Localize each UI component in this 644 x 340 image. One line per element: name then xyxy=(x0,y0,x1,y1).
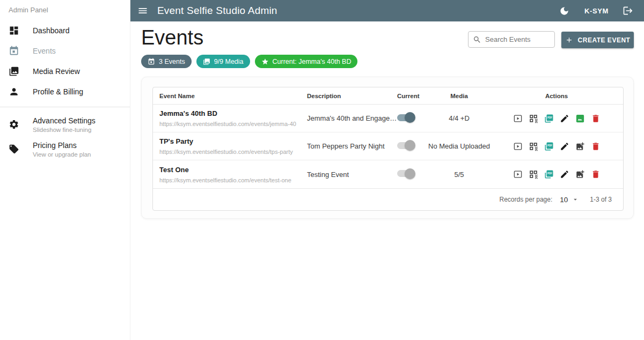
add-media-icon xyxy=(575,142,585,151)
sidebar-item-label: Events xyxy=(33,47,56,55)
events-table: Event Name Description Current Media Act… xyxy=(152,87,624,211)
slideshow-button[interactable] xyxy=(513,169,523,179)
username-label: K-SYM xyxy=(584,7,609,15)
logout-icon xyxy=(623,5,633,16)
qr-code-button[interactable] xyxy=(529,114,538,123)
view-media-button[interactable] xyxy=(575,114,585,123)
event-name-cell: Jemma's 40th BDhttps://ksym.eventselfies… xyxy=(153,109,307,127)
sidebar-item-profile-billing[interactable]: Profile & Billing xyxy=(0,82,130,102)
calendar-icon xyxy=(9,46,19,56)
current-toggle-cell xyxy=(396,114,428,123)
delete-icon xyxy=(591,142,601,151)
sidebar-item-sublabel: Slideshow fine-tuning xyxy=(33,127,96,133)
sidebar-item-media-review[interactable]: Media Review xyxy=(0,61,130,82)
sidebar-divider xyxy=(0,107,130,107)
slideshow-icon xyxy=(513,114,523,123)
sidebar-item-dashboard[interactable]: Dashboard xyxy=(0,20,130,41)
search-icon xyxy=(473,35,481,44)
current-toggle-cell xyxy=(396,169,428,179)
column-header-current: Current xyxy=(396,93,428,99)
add-media-button[interactable] xyxy=(575,142,585,151)
events-card: Event Name Description Current Media Act… xyxy=(141,77,634,219)
current-toggle[interactable] xyxy=(397,170,414,177)
search-input[interactable] xyxy=(485,35,550,43)
slideshow-button[interactable] xyxy=(513,142,523,151)
svg-text:PDF: PDF xyxy=(547,144,552,147)
create-event-button[interactable]: CREATE EVENT xyxy=(561,32,634,48)
add-media-icon xyxy=(575,169,585,179)
badge-label: 9/9 Media xyxy=(214,58,244,65)
slideshow-icon xyxy=(513,169,523,179)
menu-icon[interactable] xyxy=(137,5,148,16)
photo-library-icon xyxy=(9,66,19,77)
badge-label: 3 Events xyxy=(159,58,185,65)
delete-event-button[interactable] xyxy=(591,169,601,179)
qr-code-icon xyxy=(529,114,538,123)
view-media-icon xyxy=(575,114,585,123)
app-header: Event Selfie Studio Admin K-SYM xyxy=(130,0,644,21)
table-row: Test Onehttps://ksym.eventselfiestudio.c… xyxy=(153,160,623,188)
logout-button[interactable] xyxy=(623,5,633,16)
edit-icon xyxy=(560,169,569,179)
edit-event-button[interactable] xyxy=(560,169,569,179)
actions-cell: PDF xyxy=(490,114,623,123)
event-description: Tom Peppers Party Night xyxy=(307,142,396,150)
event-name-cell: Test Onehttps://ksym.eventselfiestudio.c… xyxy=(153,166,307,183)
calendar-icon xyxy=(148,58,155,65)
sidebar-item-sublabel: View or upgrade plan xyxy=(33,151,91,158)
media-status: 5/5 xyxy=(428,171,490,179)
sidebar-item-events[interactable]: Events xyxy=(0,41,130,61)
slideshow-icon xyxy=(513,142,523,151)
pdf-export-button[interactable]: PDF xyxy=(544,169,554,179)
add-media-button[interactable] xyxy=(575,169,585,179)
delete-icon xyxy=(591,169,601,179)
table-row: TP's Partyhttps://ksym.eventselfiestudio… xyxy=(153,132,623,160)
table-body: Jemma's 40th BDhttps://ksym.eventselfies… xyxy=(153,105,623,188)
edit-event-button[interactable] xyxy=(560,114,569,123)
delete-event-button[interactable] xyxy=(591,114,601,123)
event-name-cell: TP's Partyhttps://ksym.eventselfiestudio… xyxy=(153,137,307,155)
sidebar-item-label: Profile & Billing xyxy=(33,87,83,96)
badges-row: 3 Events 9/9 Media Current: Jemma's 40th… xyxy=(141,55,357,68)
media-status: No Media Uploaded xyxy=(428,142,490,150)
current-event-badge: Current: Jemma's 40th BD xyxy=(255,55,358,68)
event-name: Jemma's 40th BD xyxy=(159,109,307,117)
pdf-export-button[interactable]: PDF xyxy=(544,142,554,151)
qr-code-button[interactable] xyxy=(529,142,538,151)
sidebar-item-pricing-plans[interactable]: Pricing Plans View or upgrade plan xyxy=(0,137,130,161)
plus-icon xyxy=(565,36,573,44)
delete-icon xyxy=(591,114,601,123)
sidebar-nav: Dashboard Events Media Review Profile & … xyxy=(0,20,130,161)
qr-code-button[interactable] xyxy=(529,169,538,179)
event-url: https://ksym.eventselfiestudio.com/event… xyxy=(159,177,307,183)
sidebar-item-label: Media Review xyxy=(33,67,80,76)
pdf-icon: PDF xyxy=(544,114,554,123)
slideshow-button[interactable] xyxy=(513,114,523,123)
pdf-export-button[interactable]: PDF xyxy=(544,114,554,123)
moon-icon xyxy=(559,6,569,16)
column-header-description: Description xyxy=(307,93,396,99)
event-name: TP's Party xyxy=(159,137,307,145)
sidebar-item-advanced-settings[interactable]: Advanced Settings Slideshow fine-tuning xyxy=(0,112,130,137)
sidebar-item-label: Dashboard xyxy=(33,26,70,35)
column-header-actions: Actions xyxy=(490,93,623,99)
media-status: 4/4 +D xyxy=(428,114,490,122)
edit-event-button[interactable] xyxy=(560,142,569,151)
dashboard-icon xyxy=(9,25,19,36)
star-icon xyxy=(261,58,269,65)
event-description: Testing Event xyxy=(307,171,396,179)
actions-cell: PDF xyxy=(490,169,623,179)
sidebar-item-label: Pricing Plans xyxy=(33,141,91,150)
delete-event-button[interactable] xyxy=(591,142,601,151)
events-count-badge: 3 Events xyxy=(141,55,192,68)
current-toggle[interactable] xyxy=(397,114,414,121)
dark-mode-toggle[interactable] xyxy=(559,6,569,16)
tag-icon xyxy=(9,144,19,154)
current-toggle[interactable] xyxy=(397,142,414,149)
gear-icon xyxy=(9,119,19,130)
column-header-media: Media xyxy=(428,93,490,99)
event-name: Test One xyxy=(159,166,307,174)
media-count-badge: 9/9 Media xyxy=(196,55,250,68)
records-per-page-select[interactable]: 10 xyxy=(560,196,579,204)
svg-text:PDF: PDF xyxy=(547,172,552,175)
